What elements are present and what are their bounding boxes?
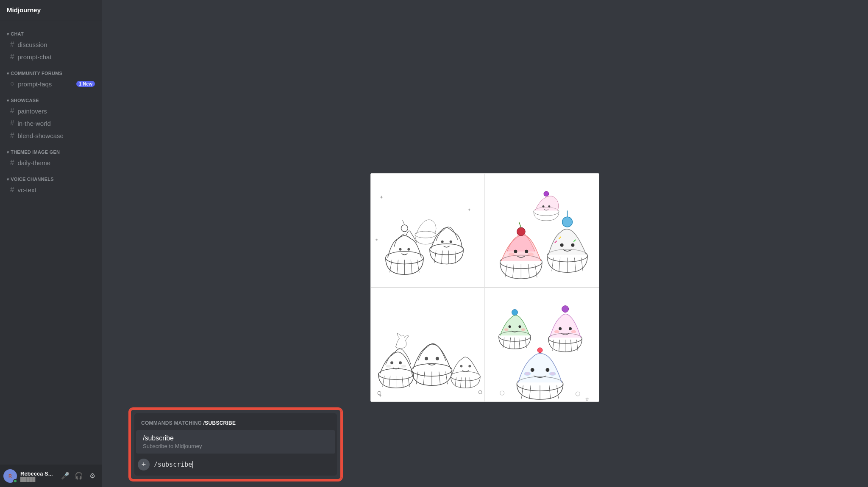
svg-point-62	[401, 365, 406, 368]
svg-point-7	[399, 248, 402, 251]
svg-point-92	[512, 310, 518, 315]
svg-text:✦: ✦	[379, 194, 384, 200]
svg-rect-22	[485, 174, 599, 287]
svg-point-29	[514, 250, 517, 253]
channel-in-the-world[interactable]: # in-the-world	[3, 117, 98, 129]
chevron-icon: ▾	[7, 177, 9, 182]
svg-rect-0	[371, 174, 484, 287]
server-header[interactable]: Midjourney	[0, 0, 102, 20]
svg-point-43	[560, 244, 564, 247]
svg-point-32	[528, 253, 534, 256]
sidebar: Midjourney ▾ CHAT # discussion # prompt-…	[0, 0, 102, 487]
image-attachment: ✦ ✦ ★	[370, 173, 599, 402]
username-text: Rebecca S...	[20, 470, 56, 477]
hash-icon: #	[10, 40, 14, 49]
new-badge: 1 New	[76, 81, 95, 87]
svg-point-111	[545, 368, 549, 372]
main-content: ✦ ✦ ★	[102, 0, 868, 487]
command-subscribe-item[interactable]: /subscribe Subscribe to Midjourney	[136, 430, 335, 454]
cupcake-cell-bottom-right: ✿	[485, 288, 599, 402]
cupcake-cell-top-left: ✦ ✦ ★	[370, 173, 485, 288]
channel-list: ▾ CHAT # discussion # prompt-chat ▾ COMM…	[0, 20, 102, 465]
svg-point-51	[544, 191, 549, 196]
svg-point-59	[390, 361, 393, 364]
hash-icon: #	[10, 131, 14, 140]
svg-point-90	[504, 328, 509, 331]
svg-point-69	[425, 357, 428, 360]
svg-text:✦: ✦	[467, 208, 471, 212]
cupcake-cell-top-right	[485, 173, 599, 288]
avatar-initials: R	[8, 473, 12, 479]
svg-point-99	[559, 327, 562, 330]
hash-icon: #	[10, 107, 14, 115]
channel-name: prompt-chat	[17, 53, 95, 61]
channel-prompt-faqs[interactable]: ○ prompt-faqs 1 New	[3, 78, 98, 90]
mic-button[interactable]: 🎤	[59, 470, 71, 482]
command-popup-header: COMMANDS MATCHING /subscribe	[134, 417, 337, 429]
hash-icon: #	[10, 53, 14, 61]
channel-name: prompt-faqs	[18, 80, 76, 88]
category-chat[interactable]: ▾ CHAT	[0, 24, 102, 38]
category-community-forums[interactable]: ▾ COMMUNITY FORUMS	[0, 63, 102, 77]
category-voice-channels[interactable]: ▾ VOICE CHANNELS	[0, 169, 102, 183]
svg-point-44	[571, 244, 574, 247]
svg-point-101	[554, 330, 559, 333]
channel-discussion[interactable]: # discussion	[3, 39, 98, 50]
svg-point-110	[531, 368, 534, 372]
category-themed-image-gen[interactable]: ▾ THEMED IMAGE GEN	[0, 142, 102, 156]
svg-point-89	[518, 325, 521, 328]
svg-point-88	[509, 325, 511, 328]
user-area: R Rebecca S... █████ 🎤 🎧 ⚙	[0, 465, 102, 487]
channel-prompt-chat[interactable]: # prompt-chat	[3, 51, 98, 63]
forum-icon: ○	[10, 80, 14, 88]
svg-point-33	[517, 227, 525, 236]
svg-point-61	[386, 365, 391, 368]
username-container: Rebecca S... █████	[20, 470, 56, 481]
svg-point-76	[460, 365, 462, 368]
messages-area: ✦ ✦ ★	[102, 0, 868, 409]
user-tag: █████	[20, 477, 56, 481]
add-button[interactable]: +	[138, 459, 150, 470]
svg-point-8	[407, 248, 410, 251]
channel-blend-showcase[interactable]: # blend-showcase	[3, 130, 98, 141]
chevron-icon: ▾	[7, 32, 9, 36]
channel-name: daily-theme	[17, 159, 95, 166]
command-description: Subscribe to Midjourney	[143, 443, 328, 449]
channel-vc-text[interactable]: # vc-text	[3, 184, 98, 196]
command-popup: COMMANDS MATCHING /subscribe /subscribe …	[134, 413, 337, 476]
svg-point-60	[399, 361, 402, 364]
svg-text:✦: ✦	[378, 393, 382, 398]
cupcake-cell-bottom-left: ✦	[370, 288, 485, 402]
channel-name: discussion	[17, 41, 95, 48]
server-name: Midjourney	[7, 6, 41, 14]
svg-text:★: ★	[375, 238, 378, 242]
input-value-display[interactable]: /subscribe	[154, 461, 192, 468]
category-showcase[interactable]: ▾ SHOWCASE	[0, 90, 102, 105]
text-cursor	[192, 461, 193, 468]
category-label-text: COMMUNITY FORUMS	[11, 71, 62, 76]
channel-name: blend-showcase	[17, 132, 95, 139]
channel-paintovers[interactable]: # paintovers	[3, 105, 98, 117]
svg-point-102	[571, 330, 576, 333]
settings-button[interactable]: ⚙	[86, 470, 98, 482]
category-label-text: VOICE CHANNELS	[11, 177, 53, 182]
svg-point-50	[548, 205, 550, 208]
svg-point-16	[441, 241, 444, 243]
svg-point-41	[562, 217, 573, 227]
svg-text:✿: ✿	[585, 397, 589, 401]
chevron-icon: ▾	[7, 98, 9, 103]
svg-point-115	[550, 372, 556, 376]
headphones-button[interactable]: 🎧	[73, 470, 85, 482]
chevron-icon: ▾	[7, 71, 9, 76]
svg-point-17	[450, 241, 452, 243]
svg-point-100	[569, 327, 572, 330]
svg-point-49	[542, 205, 544, 208]
chevron-icon: ▾	[7, 150, 9, 155]
user-status-indicator	[13, 479, 17, 483]
svg-point-30	[525, 250, 528, 253]
svg-point-77	[468, 365, 471, 368]
svg-rect-52	[371, 288, 484, 401]
category-label-text: SHOWCASE	[11, 98, 39, 103]
channel-daily-theme[interactable]: # daily-theme	[3, 157, 98, 169]
hash-icon: #	[10, 185, 14, 194]
